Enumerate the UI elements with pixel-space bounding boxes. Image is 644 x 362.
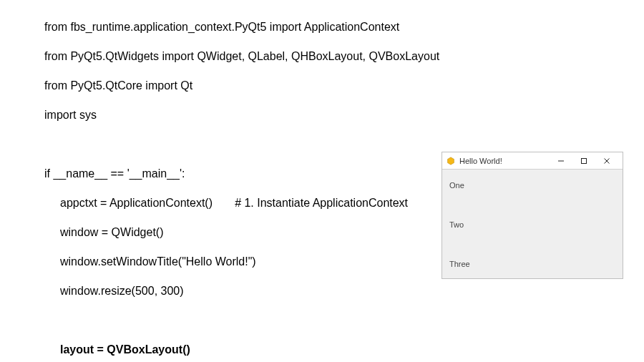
maximize-button[interactable] bbox=[572, 153, 595, 169]
close-icon bbox=[603, 157, 610, 165]
code-line-import3: from PyQt5.QtCore import Qt bbox=[44, 79, 644, 93]
svg-rect-2 bbox=[582, 158, 587, 163]
svg-marker-0 bbox=[448, 157, 454, 164]
code-line-import1: from fbs_runtime.application_context.PyQ… bbox=[44, 20, 644, 34]
window-title: Hello World! bbox=[459, 157, 502, 165]
close-button[interactable] bbox=[595, 153, 618, 169]
maximize-icon bbox=[580, 157, 587, 165]
blank-line bbox=[44, 313, 644, 328]
titlebar: Hello World! bbox=[442, 152, 623, 170]
code-line-import2: from PyQt5.QtWidgets import QWidget, QLa… bbox=[44, 49, 644, 64]
blank-line bbox=[44, 137, 644, 152]
window-content: One Two Three bbox=[442, 170, 623, 278]
code-line-layout-new: layout = QVBoxLayout() bbox=[44, 343, 644, 357]
label-one: One bbox=[449, 181, 615, 190]
code-line-resize: window.resize(500, 300) bbox=[44, 284, 644, 298]
app-icon bbox=[447, 157, 455, 165]
minimize-icon bbox=[557, 157, 565, 165]
code-line-import4: import sys bbox=[44, 108, 644, 122]
label-three: Three bbox=[449, 260, 615, 268]
minimize-button[interactable] bbox=[550, 153, 572, 169]
app-window: Hello World! One Two Three bbox=[441, 152, 623, 279]
label-two: Two bbox=[449, 220, 615, 229]
